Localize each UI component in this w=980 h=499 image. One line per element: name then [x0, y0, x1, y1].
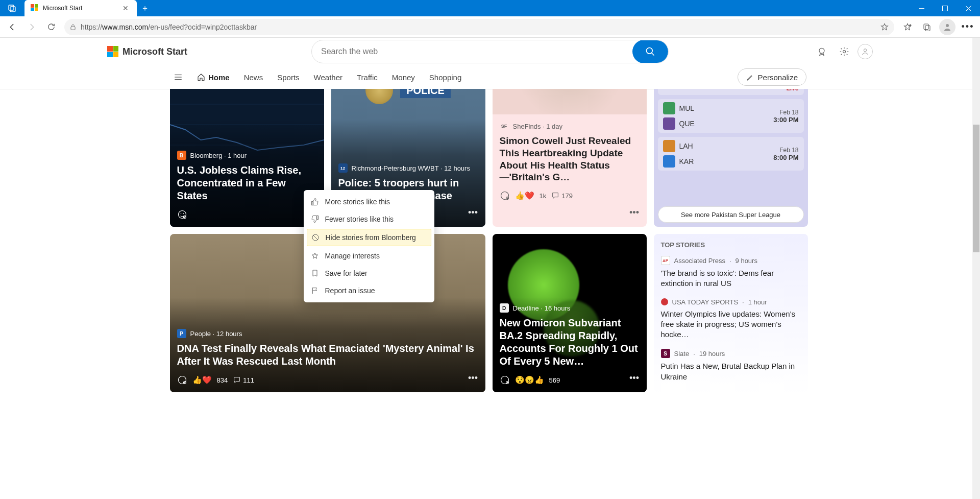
tab-actions-button[interactable]	[0, 0, 24, 16]
sports-widget: ISLYet to bat PES0/0 (0.0) Live MUL QUE …	[654, 89, 808, 89]
nav-label: Home	[208, 73, 230, 82]
personalize-button[interactable]: Personalize	[738, 68, 806, 86]
window-minimize-button[interactable]	[910, 0, 933, 16]
svg-rect-0	[9, 5, 14, 10]
forward-button[interactable]	[22, 18, 41, 36]
favorite-page-icon[interactable]	[880, 22, 889, 32]
svg-point-15	[843, 51, 846, 53]
browser-tab[interactable]: Microsoft Start ✕	[24, 0, 137, 16]
main-nav: Home News Sports Weather Traffic Money S…	[168, 65, 812, 89]
svg-rect-3	[942, 6, 947, 11]
brand-logo[interactable]: Microsoft Start	[107, 46, 187, 57]
microsoft-logo-icon	[107, 46, 118, 57]
collections-button[interactable]	[918, 18, 936, 36]
svg-rect-6	[71, 27, 75, 30]
nav-item-money[interactable]: Money	[392, 73, 415, 82]
nav-item-traffic[interactable]: Traffic	[357, 73, 378, 82]
nav-item-shopping[interactable]: Shopping	[429, 73, 461, 82]
site-header: Microsoft Start	[97, 38, 883, 65]
brand-name: Microsoft Start	[122, 46, 187, 57]
account-button[interactable]	[857, 44, 873, 59]
nav-item-weather[interactable]: Weather	[314, 73, 342, 82]
nav-item-home[interactable]: Home	[197, 73, 230, 82]
news-card-bloomberg[interactable]: B Bloomberg · 1 hour U.S. Jobless Claims…	[170, 89, 324, 89]
address-bar[interactable]: https://www.msn.com/en-us/feed?ocid=winp…	[64, 19, 894, 35]
tab-title: Microsoft Start	[43, 5, 116, 12]
browser-toolbar: https://www.msn.com/en-us/feed?ocid=winp…	[0, 16, 980, 38]
home-icon	[197, 73, 205, 81]
search-input[interactable]	[321, 47, 632, 56]
new-tab-button[interactable]: ＋	[137, 0, 153, 16]
svg-rect-10	[925, 26, 930, 31]
window-maximize-button[interactable]	[933, 0, 957, 16]
news-card-police[interactable]: STATE POLICE 12 Richmond-Petersburg WWBT…	[331, 89, 485, 89]
rewards-icon[interactable]	[813, 42, 831, 61]
tab-close-button[interactable]: ✕	[120, 4, 131, 12]
svg-rect-1	[10, 7, 15, 12]
svg-line-13	[652, 53, 654, 56]
nav-item-sports[interactable]: Sports	[277, 73, 299, 82]
news-card-shefinds[interactable]: SF SheFinds · 1 day Simon Cowell Just Re…	[493, 89, 647, 89]
settings-icon[interactable]	[835, 42, 853, 61]
svg-point-14	[819, 48, 824, 53]
search-button[interactable]	[632, 40, 668, 63]
svg-point-16	[864, 49, 866, 52]
nav-item-news[interactable]: News	[244, 73, 263, 82]
settings-more-button[interactable]: •••	[959, 18, 977, 36]
pencil-icon	[746, 74, 754, 81]
svg-rect-9	[924, 24, 928, 30]
window-close-button[interactable]	[957, 0, 980, 16]
nav-menu-button[interactable]	[174, 73, 183, 82]
lock-icon	[69, 23, 77, 31]
window-title-bar: Microsoft Start ✕ ＋	[0, 0, 980, 16]
refresh-button[interactable]	[42, 18, 60, 36]
vertical-scrollbar[interactable]	[972, 38, 980, 89]
svg-point-11	[946, 24, 949, 27]
tab-favicon-icon	[31, 4, 39, 12]
card-image	[493, 89, 647, 89]
search-box	[311, 40, 669, 63]
favorites-button[interactable]	[898, 18, 917, 36]
back-button[interactable]	[3, 18, 21, 36]
url-text: https://www.msn.com/en-us/feed?ocid=winp…	[81, 23, 876, 31]
profile-button[interactable]	[939, 19, 955, 35]
feed-grid: B Bloomberg · 1 hour U.S. Jobless Claims…	[165, 89, 808, 89]
match-row-live[interactable]: ISLYet to bat PES0/0 (0.0) Live	[658, 89, 804, 89]
svg-point-12	[647, 48, 653, 54]
live-badge: Live	[663, 89, 799, 89]
